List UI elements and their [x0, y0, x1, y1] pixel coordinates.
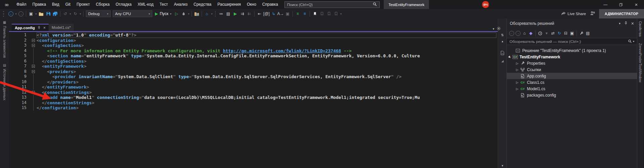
se-collapse-all-icon[interactable]: ⊟ [562, 30, 569, 37]
configuration-dropdown[interactable]: Debug▾ [86, 10, 111, 17]
line-number[interactable]: 11 [9, 85, 31, 90]
expander-icon[interactable]: ▷ [515, 87, 520, 91]
code-line[interactable]: 9 <provider invariantName="System.Data.S… [9, 74, 498, 79]
se-home-icon[interactable]: ⌂ [521, 30, 528, 37]
code-line[interactable]: 14 </connectionStrings> [9, 100, 498, 106]
fold-margin[interactable] [31, 48, 37, 54]
close-button[interactable]: × [629, 0, 644, 9]
se-preview-icon[interactable]: ▤ [585, 30, 591, 37]
startup-window-icon[interactable]: ⌂ [203, 10, 210, 17]
side-tab-панель-элементов[interactable]: ▦Панель элементов [3, 20, 7, 58]
fold-collapse-icon[interactable]: − [32, 91, 35, 94]
navigate-back-icon[interactable]: ← [7, 10, 14, 17]
redo-caret[interactable]: ▾ [79, 10, 82, 17]
tree-item-решение-testentityframework-1-проекта-1[interactable]: ∞Решение "TestEntityFramework" (1 проект… [507, 47, 637, 54]
line-number[interactable]: 14 [9, 100, 31, 106]
tree-item-testentityframework[interactable]: ▶C#TestEntityFramework [507, 54, 637, 60]
tab-close-icon[interactable]: × [43, 25, 46, 30]
menu-xml-код[interactable]: XML-код [135, 0, 156, 9]
code-line[interactable]: 11 </entityFramework> [9, 85, 498, 90]
fold-margin[interactable] [31, 95, 37, 100]
caret-navigate-icon[interactable]: ↳ [270, 10, 277, 17]
expander-icon[interactable]: ▷ [515, 62, 520, 65]
fold-collapse-icon[interactable]: − [32, 39, 35, 42]
new-project-icon[interactable]: ▣ [28, 10, 35, 17]
se-properties-icon[interactable] [578, 30, 585, 37]
solution-explorer-header[interactable]: Обозреватель решений ▾ × [507, 18, 637, 29]
fold-margin[interactable]: − [31, 69, 37, 74]
comment-icon[interactable]: ≡ [294, 10, 301, 17]
line-number[interactable]: 12 [9, 90, 31, 95]
menu-тест[interactable]: Тест [157, 0, 171, 9]
scroll-up-icon[interactable]: ▲ [498, 40, 507, 43]
menu-отладка[interactable]: Отладка [113, 0, 135, 9]
line-number[interactable]: 9 [9, 74, 31, 79]
line-number[interactable]: 4 [9, 48, 31, 54]
code-line[interactable]: 6 </configSections> [9, 59, 498, 64]
code-line[interactable]: 3− <configSections> [9, 43, 498, 48]
line-number[interactable]: 7 [9, 64, 31, 69]
start-debugging-button[interactable]: ▶Пуск▾ [155, 11, 171, 16]
code-line[interactable]: 2−<configuration> [9, 38, 498, 43]
new-project-caret[interactable]: ▾ [35, 10, 38, 17]
attribute-regex-icon[interactable]: [@] [263, 10, 270, 17]
start-without-debugging-icon[interactable]: ▷ [173, 10, 180, 17]
fold-margin[interactable] [31, 53, 37, 59]
document-options-gear-icon[interactable] [497, 26, 501, 32]
code-line[interactable]: 1<?xml version="1.0" encoding="utf-8"?> [9, 33, 498, 38]
menu-правка[interactable]: Правка [30, 0, 49, 9]
code-line[interactable]: 15</configuration> [9, 105, 498, 111]
fold-collapse-icon[interactable]: − [32, 65, 35, 68]
menu-средства[interactable]: Средства [191, 0, 214, 9]
detach-process-icon[interactable]: ⇇ [246, 10, 253, 17]
save-icon[interactable] [45, 10, 52, 17]
uncomment-icon[interactable]: ≡ [301, 10, 308, 17]
search-options-caret[interactable]: ▾ [633, 40, 634, 43]
tree-item-app-config[interactable]: App.config [507, 73, 637, 79]
fold-margin[interactable] [31, 105, 37, 111]
quick-search-input[interactable]: Поиск (Ctrl+Q) [284, 1, 380, 8]
pin-icon[interactable] [37, 26, 41, 30]
fold-margin[interactable]: − [31, 43, 37, 48]
navigate-back-caret[interactable]: ▾ [14, 10, 17, 17]
se-back-icon[interactable]: ← [508, 30, 515, 37]
hot-reload-icon[interactable] [180, 10, 187, 17]
feedback-icon[interactable] [590, 11, 595, 17]
se-pending-changes-caret[interactable]: ▾ [543, 30, 550, 37]
code-line[interactable]: 4 <!-- For more information on Entity Fr… [9, 48, 498, 54]
line-number[interactable]: 8 [9, 69, 31, 74]
menu-анализ[interactable]: Анализ [171, 0, 191, 9]
fold-margin[interactable]: − [31, 38, 37, 43]
save-all-icon[interactable] [52, 10, 59, 17]
fold-margin[interactable] [31, 85, 37, 90]
menu-вид[interactable]: Вид [49, 0, 62, 9]
side-tab-свойства[interactable]: Свойства [638, 21, 642, 37]
side-tab-zennopostertoolwindow[interactable]: ZennoPosterToolWindow [638, 43, 642, 82]
administrator-badge[interactable]: АДМИНИСТРАТОР [599, 9, 644, 18]
account-avatar[interactable]: ВЧ [482, 1, 489, 8]
live-share-button[interactable]: Live Share [561, 11, 586, 17]
tree-item-ссылки[interactable]: ▷Ссылки [507, 66, 637, 73]
code-line[interactable]: 8− <providers> [9, 69, 498, 74]
tree-item-packages-config[interactable]: packages.config [507, 92, 637, 98]
expander-icon[interactable]: ▶ [507, 54, 513, 60]
fold-collapse-icon[interactable]: − [32, 44, 35, 47]
next-bookmark-icon[interactable] [325, 10, 332, 17]
toolbar-overflow-caret[interactable]: ▾ [339, 10, 342, 17]
tab-app-config[interactable]: App.config× [12, 24, 49, 31]
code-editor[interactable]: 1<?xml version="1.0" encoding="utf-8"?>2… [9, 32, 498, 167]
task-list-icon[interactable]: ≔ [218, 10, 225, 17]
prev-bookmark-icon[interactable] [318, 10, 325, 17]
se-forward-icon[interactable]: → [515, 30, 521, 37]
expander-icon[interactable]: ▷ [515, 81, 520, 84]
line-number[interactable]: 2 [9, 38, 31, 43]
side-tab-источники-данных[interactable]: ▤Источники данных [3, 63, 7, 100]
code-line[interactable]: 7− <entityFramework> [9, 64, 498, 69]
fold-margin[interactable] [31, 100, 37, 106]
toolbar-grip[interactable] [3, 11, 6, 17]
find-in-files-icon[interactable] [193, 10, 200, 17]
bookmark-icon[interactable] [311, 10, 318, 17]
undo-icon[interactable]: ↺ [62, 10, 69, 17]
pin-icon[interactable] [624, 21, 628, 26]
line-number[interactable]: 15 [9, 105, 31, 111]
